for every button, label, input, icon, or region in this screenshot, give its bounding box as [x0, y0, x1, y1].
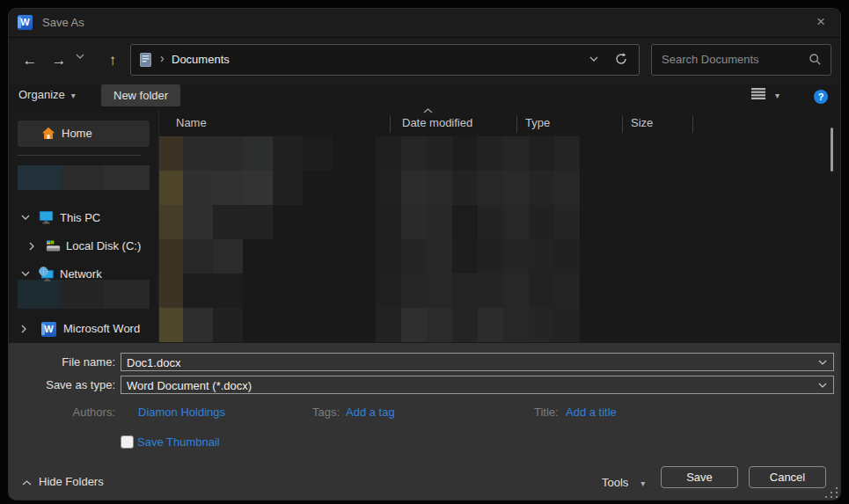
- file-row-redacted[interactable]: [9, 239, 840, 274]
- redacted-cell: [159, 171, 183, 205]
- redacted-cell: [554, 205, 580, 239]
- save-thumbnail-label[interactable]: Save Thumbnail: [137, 435, 220, 449]
- redacted-file-rows: [9, 9, 840, 343]
- redacted-cell: [452, 274, 478, 308]
- list-scrollbar[interactable]: [831, 128, 833, 172]
- redacted-cell: [273, 136, 303, 171]
- redacted-cell: [503, 239, 529, 274]
- redacted-cell: [401, 239, 427, 274]
- redacted-cell: [503, 171, 529, 205]
- file-name-label: File name:: [9, 355, 115, 369]
- add-title-link[interactable]: Add a title: [566, 405, 617, 419]
- save-options-panel: File name: Doc1.docx Save as type: Word …: [9, 343, 840, 500]
- redacted-cell: [376, 136, 401, 171]
- redacted-cell: [478, 308, 503, 342]
- redacted-cell: [401, 274, 427, 308]
- redacted-cell: [401, 171, 427, 205]
- redacted-cell: [529, 171, 554, 205]
- redacted-cell: [303, 136, 333, 171]
- redacted-cell: [427, 205, 452, 239]
- file-row-redacted[interactable]: [9, 308, 840, 342]
- redacted-cell: [554, 171, 580, 205]
- redacted-cell: [213, 136, 243, 171]
- redacted-cell: [213, 274, 243, 308]
- redacted-cell: [243, 136, 273, 171]
- add-tag-link[interactable]: Add a tag: [346, 405, 395, 419]
- redacted-cell: [183, 308, 213, 342]
- redacted-cell: [554, 136, 580, 171]
- cancel-button[interactable]: Cancel: [749, 466, 826, 488]
- redacted-cell: [478, 171, 503, 205]
- file-row-redacted[interactable]: [9, 274, 840, 308]
- redacted-cell: [273, 171, 303, 205]
- redacted-cell: [159, 136, 183, 171]
- redacted-cell: [529, 136, 554, 171]
- redacted-cell: [478, 274, 503, 308]
- redacted-cell: [401, 205, 427, 239]
- redacted-cell: [427, 136, 452, 171]
- save-button[interactable]: Save: [661, 466, 738, 488]
- redacted-cell: [554, 239, 580, 274]
- resize-grip[interactable]: [825, 487, 838, 499]
- redacted-cell: [427, 308, 452, 342]
- redacted-cell: [478, 239, 503, 274]
- redacted-cell: [503, 205, 529, 239]
- save-as-type-select[interactable]: Word Document (*.docx): [121, 376, 834, 394]
- redacted-cell: [213, 239, 243, 274]
- redacted-cell: [213, 308, 243, 342]
- redacted-cell: [503, 308, 529, 342]
- redacted-cell: [427, 171, 452, 205]
- authors-value-link[interactable]: Diamon Holdings: [138, 405, 225, 419]
- redacted-cell: [183, 239, 213, 274]
- redacted-cell: [503, 136, 529, 171]
- file-row-redacted[interactable]: [9, 205, 840, 239]
- redacted-cell: [427, 274, 452, 308]
- redacted-cell: [243, 205, 273, 239]
- chevron-down-icon[interactable]: [818, 383, 827, 388]
- redacted-cell: [159, 308, 183, 342]
- redacted-cell: [159, 239, 183, 274]
- redacted-cell: [183, 136, 213, 171]
- file-row-redacted[interactable]: [9, 171, 840, 205]
- chevron-down-icon[interactable]: [818, 360, 827, 365]
- file-row-redacted[interactable]: [9, 136, 840, 171]
- redacted-cell: [159, 274, 183, 308]
- redacted-cell: [243, 171, 273, 205]
- redacted-cell: [376, 239, 401, 274]
- save-thumbnail-checkbox[interactable]: [121, 435, 134, 449]
- tags-label: Tags:: [312, 405, 340, 419]
- redacted-cell: [529, 205, 554, 239]
- redacted-cell: [376, 274, 401, 308]
- redacted-cell: [529, 274, 554, 308]
- redacted-cell: [478, 136, 503, 171]
- redacted-cell: [376, 171, 401, 205]
- redacted-cell: [452, 136, 478, 171]
- redacted-cell: [183, 171, 213, 205]
- redacted-cell: [376, 205, 401, 239]
- redacted-cell: [529, 308, 554, 342]
- redacted-cell: [503, 274, 529, 308]
- redacted-cell: [452, 171, 478, 205]
- redacted-cell: [401, 308, 427, 342]
- redacted-cell: [213, 205, 243, 239]
- redacted-cell: [183, 274, 213, 308]
- redacted-cell: [401, 136, 427, 171]
- title-label: Title:: [534, 405, 559, 419]
- redacted-cell: [554, 274, 580, 308]
- redacted-cell: [478, 205, 503, 239]
- redacted-cell: [452, 205, 478, 239]
- redacted-cell: [376, 308, 401, 342]
- hide-folders-button[interactable]: Hide Folders: [22, 475, 104, 488]
- file-name-input[interactable]: Doc1.docx: [121, 353, 834, 371]
- redacted-cell: [452, 308, 478, 342]
- tools-caret-icon: ▾: [640, 478, 645, 488]
- redacted-cell: [529, 239, 554, 274]
- redacted-cell: [452, 239, 478, 274]
- redacted-cell: [427, 239, 452, 274]
- authors-label: Authors:: [73, 405, 115, 419]
- save-as-type-label: Save as type:: [9, 378, 115, 391]
- redacted-cell: [159, 205, 183, 239]
- redacted-cell: [183, 205, 213, 239]
- tools-button[interactable]: Tools▾: [602, 476, 645, 489]
- redacted-cell: [213, 171, 243, 205]
